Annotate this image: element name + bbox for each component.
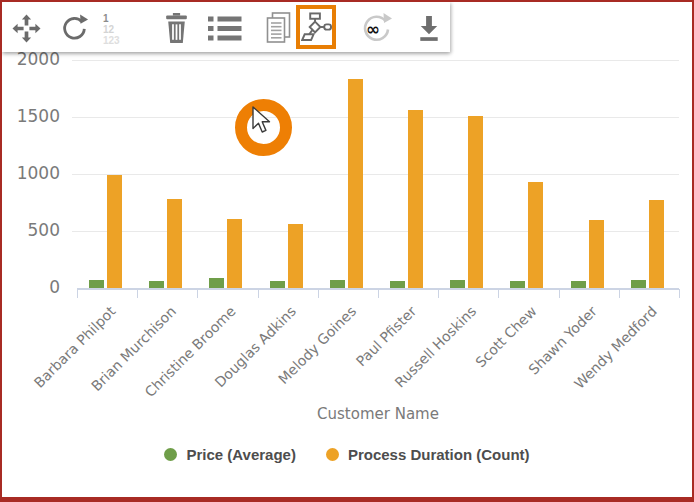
x-axis-tick xyxy=(258,289,259,298)
move-arrows-icon xyxy=(12,14,41,43)
flowchart-icon xyxy=(301,12,332,42)
bar-process-duration-count-1[interactable] xyxy=(107,175,122,288)
y-axis-label-500: 500 xyxy=(28,220,60,240)
x-axis-tick xyxy=(318,289,319,298)
refresh-icon xyxy=(59,13,89,43)
x-axis-tick xyxy=(679,289,680,298)
bar-price-average-1[interactable] xyxy=(89,280,104,288)
list-button[interactable] xyxy=(208,10,242,46)
legend-marker-process-duration xyxy=(326,448,339,461)
refresh-button[interactable] xyxy=(57,10,91,46)
bar-price-average-6[interactable] xyxy=(390,281,405,288)
legend-item-process-duration-count[interactable]: Process Duration (Count) xyxy=(326,446,530,463)
gridline-2000 xyxy=(72,60,679,61)
svg-text:12: 12 xyxy=(103,24,115,35)
report-button[interactable] xyxy=(261,10,295,46)
bar-process-duration-count-6[interactable] xyxy=(408,110,423,288)
x-axis-title: Customer Name xyxy=(317,405,439,423)
bullet-list-icon xyxy=(208,16,242,41)
y-axis-label-1000: 1000 xyxy=(17,163,60,183)
bar-process-duration-count-10[interactable] xyxy=(649,200,664,288)
y-axis-label-1500: 1500 xyxy=(17,106,60,126)
bar-price-average-9[interactable] xyxy=(571,281,586,288)
y-axis-label-0: 0 xyxy=(49,277,60,297)
process-flow-button[interactable] xyxy=(300,9,332,45)
x-axis-tick xyxy=(378,289,379,298)
bar-process-duration-count-4[interactable] xyxy=(288,224,303,288)
download-button[interactable] xyxy=(412,10,446,46)
gridline-1500 xyxy=(72,117,679,118)
y-axis-label-2000: 2000 xyxy=(17,49,60,69)
svg-text:1: 1 xyxy=(103,13,109,24)
x-axis-tick xyxy=(498,289,499,298)
mouse-cursor-icon xyxy=(250,106,272,136)
x-axis-tick xyxy=(619,289,620,298)
x-axis-label: Paul Pfister xyxy=(353,303,419,369)
svg-text:∞: ∞ xyxy=(366,19,380,39)
bar-process-duration-count-7[interactable] xyxy=(468,116,483,288)
bar-price-average-2[interactable] xyxy=(149,281,164,288)
move-button[interactable] xyxy=(9,10,43,46)
bar-price-average-7[interactable] xyxy=(450,280,465,288)
trash-icon xyxy=(163,13,190,44)
bar-price-average-5[interactable] xyxy=(330,280,345,288)
x-axis-tick xyxy=(197,289,198,298)
gridline-1000 xyxy=(72,174,679,175)
x-axis-tick xyxy=(137,289,138,298)
app-window: 1 12 123 xyxy=(0,0,694,502)
x-axis-tick xyxy=(559,289,560,298)
bar-process-duration-count-2[interactable] xyxy=(167,199,182,288)
download-icon xyxy=(414,14,444,43)
bar-process-duration-count-5[interactable] xyxy=(348,79,363,288)
delete-button[interactable] xyxy=(159,10,193,46)
svg-text:123: 123 xyxy=(103,35,120,45)
bar-price-average-8[interactable] xyxy=(510,281,525,288)
bar-price-average-4[interactable] xyxy=(270,281,285,288)
bar-price-average-3[interactable] xyxy=(209,278,224,288)
bar-price-average-10[interactable] xyxy=(631,280,646,288)
legend-label-process-duration: Process Duration (Count) xyxy=(348,446,530,463)
infinity-loop-icon: ∞ xyxy=(359,12,393,45)
row-numbers-button[interactable]: 1 12 123 xyxy=(98,10,132,46)
bar-chart: Customer Name Price (Average) Process Du… xyxy=(2,2,692,497)
legend-marker-price xyxy=(164,448,177,461)
legend-item-price-average[interactable]: Price (Average) xyxy=(164,446,296,463)
loop-button[interactable]: ∞ xyxy=(359,10,393,46)
bar-process-duration-count-3[interactable] xyxy=(227,219,242,288)
bar-process-duration-count-9[interactable] xyxy=(589,220,604,288)
x-axis-tick xyxy=(77,289,78,298)
toolbar: 1 12 123 xyxy=(2,2,450,52)
legend-label-price: Price (Average) xyxy=(186,446,296,463)
active-tool-highlight xyxy=(296,5,336,49)
bar-process-duration-count-8[interactable] xyxy=(528,182,543,288)
chart-legend: Price (Average) Process Duration (Count) xyxy=(2,446,692,463)
x-axis-tick xyxy=(438,289,439,298)
document-icon xyxy=(264,12,292,44)
row-numbers-icon: 1 12 123 xyxy=(102,11,128,45)
